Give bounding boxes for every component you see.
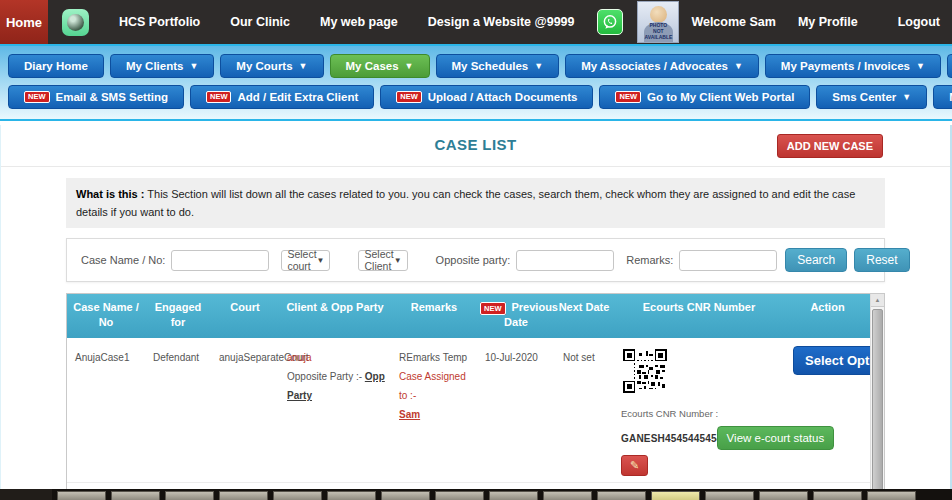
taskbar-window-button[interactable] <box>489 491 538 500</box>
taskbar-window-button[interactable] <box>597 491 646 500</box>
nav-email-sms-setting[interactable]: NEWEmail & SMS Setting <box>8 85 184 109</box>
taskbar-window-button[interactable] <box>219 491 268 500</box>
nav-my-courts[interactable]: My Courts▼ <box>220 54 323 78</box>
cell-previous-date: 10-Jul-2020 <box>477 338 555 482</box>
taskbar-window-button[interactable] <box>705 491 754 500</box>
nav-label: My Clients <box>126 60 184 72</box>
table-scrollbar: ▲ <box>870 294 884 489</box>
page-title: CASE LIST <box>435 136 517 153</box>
nav-my-payments[interactable]: My Payments / Invoices▼ <box>765 54 941 78</box>
assigned-label: Case Assigned to :- <box>399 367 471 405</box>
col-engaged-for: Engaged for <box>145 294 211 338</box>
menu-design-website[interactable]: Design a Website @9999 <box>428 15 575 29</box>
cell-client-opp: anuja Opposite Party :- Opp Party <box>279 338 391 482</box>
taskbar-window-button[interactable] <box>111 491 160 500</box>
taskbar-window-button[interactable] <box>435 491 484 500</box>
chevron-down-icon: ▼ <box>534 61 543 71</box>
taskbar-start[interactable] <box>0 489 52 500</box>
menu-my-web-page[interactable]: My web page <box>320 15 398 29</box>
cell-ecourts-cnr: Ecourts CNR Number : GANESH4545445454 Vi… <box>613 338 785 482</box>
nav-my-associates[interactable]: My Associates / Advocates▼ <box>565 54 759 78</box>
nav-sms-center[interactable]: Sms Center▼ <box>816 85 927 109</box>
nav-row-1: Diary Home My Clients▼ My Courts▼ My Cas… <box>5 54 947 78</box>
menu-hcs-portfolio[interactable]: HCS Portfolio <box>119 15 200 29</box>
my-profile-link[interactable]: My Profile <box>798 15 858 29</box>
nav-add-edit-extra-client[interactable]: NEWAdd / Edit Extra Client <box>190 85 374 109</box>
taskbar-window-button[interactable] <box>867 491 916 500</box>
cnr-number: GANESH4545445454 <box>621 429 723 448</box>
remarks-text: REmarks Temp <box>399 348 471 367</box>
nav-upload-attach-documents[interactable]: NEWUpload / Attach Documents <box>380 85 593 109</box>
case-name-input[interactable] <box>171 250 269 271</box>
new-badge: NEW <box>24 91 50 103</box>
remarks-input[interactable] <box>679 250 777 271</box>
client-select[interactable]: Select Client ▼ <box>358 250 407 271</box>
taskbar-window-button[interactable] <box>759 491 808 500</box>
nav-label: Diary Home <box>24 60 88 72</box>
taskbar-window-button[interactable] <box>543 491 592 500</box>
chevron-down-icon: ▼ <box>394 256 402 265</box>
cell-court: anujaSeparateCourt <box>211 338 279 482</box>
chevron-down-icon: ▼ <box>405 61 414 71</box>
taskbar-window-button[interactable] <box>813 491 862 500</box>
nav-diary-home[interactable]: Diary Home <box>8 54 104 78</box>
nav-label: My Cases <box>346 60 399 72</box>
chevron-down-icon: ▼ <box>189 61 198 71</box>
cell-action: Select Option▼ <box>785 338 870 482</box>
taskbar-window-button[interactable] <box>57 491 106 500</box>
logout-link[interactable]: Logout <box>898 15 940 29</box>
new-badge: NEW <box>615 91 641 103</box>
chevron-down-icon: ▼ <box>734 61 743 71</box>
reset-button[interactable]: Reset <box>854 248 909 272</box>
taskbar-window-button-active[interactable] <box>651 491 700 500</box>
search-button[interactable]: Search <box>785 248 847 272</box>
chevron-down-icon: ▼ <box>902 92 911 102</box>
menu-our-clinic[interactable]: Our Clinic <box>230 15 290 29</box>
page-header: CASE LIST ADD NEW CASE <box>1 125 950 167</box>
cell-next-date: Not set <box>555 338 613 482</box>
col-action: Action <box>785 294 870 338</box>
nav-label: Go to My Client Web Portal <box>647 91 794 103</box>
nav-label: Add / Edit Extra Client <box>237 91 358 103</box>
info-label: What is this : <box>76 188 144 200</box>
home-button[interactable]: Home <box>0 0 48 44</box>
top-bar: Home HCS Portfolio Our Clinic My web pag… <box>0 0 952 44</box>
whatsapp-icon[interactable] <box>597 9 623 35</box>
nav-row-2: NEWEmail & SMS Setting NEWAdd / Edit Ext… <box>5 85 947 109</box>
info-text: This Section will list down all the case… <box>76 188 855 218</box>
taskbar-window-button[interactable] <box>327 491 376 500</box>
scrollbar-thumb[interactable] <box>872 309 883 489</box>
taskbar-window-button[interactable] <box>273 491 322 500</box>
avatar-photo-text: PHOTO NOT AVAILABLE <box>638 22 678 40</box>
nav-my-calender[interactable]: My Calender <box>947 54 952 78</box>
nav-client-web-portal[interactable]: NEWGo to My Client Web Portal <box>599 85 810 109</box>
nav-my-appointments[interactable]: My Appointments▼ <box>933 85 952 109</box>
opposite-party-input[interactable] <box>516 250 614 271</box>
col-client-opp: Client & Opp Party <box>279 294 391 338</box>
edit-cnr-button[interactable]: ✎ <box>621 455 648 476</box>
scroll-up-arrow[interactable]: ▲ <box>871 294 884 307</box>
case-table: Case Name / No Engaged for Court Client … <box>66 293 885 489</box>
cell-remarks: REmarks Temp Case Assigned to :- Sam <box>391 338 477 482</box>
add-new-case-button[interactable]: ADD NEW CASE <box>777 134 883 158</box>
assigned-to-link[interactable]: Sam <box>399 409 420 420</box>
court-select[interactable]: Select court ▼ <box>281 250 330 271</box>
site-logo-icon[interactable] <box>62 9 89 36</box>
nav-my-clients[interactable]: My Clients▼ <box>110 54 214 78</box>
table-row: AnujaCase1 Defendant anujaSeparateCourt … <box>67 338 870 483</box>
taskbar-window-button[interactable] <box>165 491 214 500</box>
taskbar-window-button[interactable] <box>381 491 430 500</box>
nav-my-cases[interactable]: My Cases▼ <box>330 54 430 78</box>
opposite-party-label: Opposite party: <box>436 254 511 266</box>
pencil-icon: ✎ <box>630 459 639 472</box>
cell-engaged-for: Defendant <box>145 338 211 482</box>
welcome-text: Welcome Sam <box>691 15 776 29</box>
os-taskbar <box>0 489 952 500</box>
nav-my-schedules[interactable]: My Schedules▼ <box>436 54 560 78</box>
select-option-button[interactable]: Select Option▼ <box>793 346 870 375</box>
cell-case-name: AnujaCase1 <box>67 338 145 482</box>
case-table-inner: Case Name / No Engaged for Court Client … <box>67 294 870 489</box>
main-navigation: Diary Home My Clients▼ My Courts▼ My Cas… <box>0 44 952 121</box>
opp-party-label: Opposite Party :- <box>287 371 362 382</box>
nav-label: Email & SMS Setting <box>56 91 168 103</box>
